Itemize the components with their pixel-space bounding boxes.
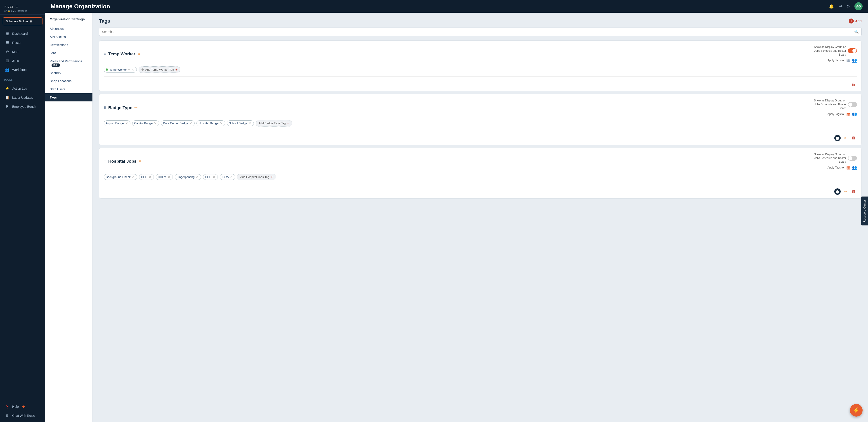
sidebar-item-labor-updates[interactable]: 📋 Labor Updates bbox=[1, 93, 44, 102]
delete-group-button[interactable]: 🗑 bbox=[850, 81, 857, 88]
tag-close-icon[interactable]: ✕ bbox=[249, 122, 251, 125]
tag-color-dot bbox=[106, 68, 108, 71]
tag-edit-icon[interactable]: ✏ bbox=[128, 68, 130, 71]
tag-chip-background-check: Background Check ✕ bbox=[104, 174, 137, 180]
display-group-toggle[interactable] bbox=[848, 48, 857, 53]
tag-close-icon[interactable]: ✕ bbox=[132, 175, 135, 178]
card-footer-hospital-jobs: ⬤ ✏ 🗑 bbox=[104, 187, 857, 195]
tag-chip-hcc: HCC ✕ bbox=[203, 174, 218, 180]
sidebar-item-action-log[interactable]: ⚡ Action Log bbox=[1, 84, 44, 93]
edit-group-name-icon[interactable]: ✏ bbox=[139, 159, 142, 163]
left-nav-item-shop-locations[interactable]: Shop Locations bbox=[45, 77, 92, 85]
apply-schedule-icon[interactable]: ▦ bbox=[846, 165, 850, 170]
mail-icon[interactable]: ✉ bbox=[838, 4, 842, 9]
sidebar-header: RIVET ∷ for 🔒 LMD Revisited bbox=[0, 0, 45, 15]
display-group-toggle[interactable] bbox=[848, 156, 857, 161]
sidebar-item-jobs[interactable]: ▤ Jobs bbox=[1, 56, 44, 65]
sidebar-item-roster[interactable]: ☰ Roster bbox=[1, 38, 44, 47]
display-group-toggle[interactable] bbox=[848, 102, 857, 107]
color-picker-button[interactable]: ⬤ bbox=[834, 135, 841, 141]
divider bbox=[104, 184, 857, 184]
apply-roster-icon[interactable]: 👥 bbox=[852, 111, 857, 117]
add-badge-type-tag-button[interactable]: Add Badge Type Tag + bbox=[256, 120, 292, 127]
tag-group-hospital-jobs: ⠿ Hospital Jobs ✏ Show as Display Group … bbox=[99, 148, 862, 199]
tags-header: Tags + Add bbox=[99, 18, 862, 24]
edit-button[interactable]: ✏ bbox=[842, 135, 849, 141]
tag-close-icon[interactable]: ✕ bbox=[168, 175, 170, 178]
sidebar-item-map[interactable]: ⊙ Map bbox=[1, 47, 44, 56]
sidebar-bottom: ❓ Help ⚙ Chat With Rosie bbox=[0, 400, 45, 422]
tag-close-icon[interactable]: ✕ bbox=[154, 122, 157, 125]
map-icon: ⊙ bbox=[5, 50, 9, 54]
tag-chip-temp-worker: Temp Worker ✏ ✕ bbox=[104, 67, 137, 72]
color-picker-button[interactable]: ⬤ bbox=[834, 188, 841, 195]
tools-nav: ⚡ Action Log 📋 Labor Updates ⚑ Employee … bbox=[0, 82, 45, 113]
drag-handle-icon[interactable]: ⠿ bbox=[104, 52, 106, 56]
edit-group-name-icon[interactable]: ✏ bbox=[134, 105, 137, 110]
apply-schedule-icon[interactable]: ▦ bbox=[846, 111, 850, 117]
display-group-text: Show as Display Group onJobs Schedule an… bbox=[814, 153, 846, 164]
add-temp-worker-tag-button[interactable]: Add Temp Worker Tag + bbox=[138, 66, 180, 73]
left-nav-item-security[interactable]: Security bbox=[45, 69, 92, 77]
tags-list-badge-type: Airport Badge ✕ Capitol Badge ✕ Data Cen… bbox=[104, 120, 857, 127]
labor-updates-icon: 📋 bbox=[5, 95, 9, 100]
tag-group-header-badge-type: ⠿ Badge Type ✏ Show as Display Group onJ… bbox=[104, 99, 857, 116]
tag-group-header-temp-worker: ⠿ Temp Worker ✏ Show as Display Group on… bbox=[104, 45, 857, 63]
sidebar-item-workforce[interactable]: 👥 Workforce bbox=[1, 65, 44, 74]
sidebar-item-employee-bench[interactable]: ⚑ Employee Bench bbox=[1, 102, 44, 111]
roster-icon: ☰ bbox=[5, 40, 9, 45]
resource-center[interactable]: Resource Center bbox=[861, 197, 868, 225]
card-footer-badge-type: ⬤ ✏ 🗑 bbox=[104, 133, 857, 141]
tag-close-icon[interactable]: ✕ bbox=[213, 175, 215, 178]
tag-close-icon[interactable]: ✕ bbox=[131, 68, 134, 71]
tag-close-icon[interactable]: ✕ bbox=[196, 175, 199, 178]
apply-roster-icon[interactable]: 👥 bbox=[852, 58, 857, 63]
schedule-builder-button[interactable]: Schedule Builder ⊞ bbox=[3, 18, 42, 25]
left-nav-item-jobs[interactable]: Jobs bbox=[45, 49, 92, 57]
tag-chip-chc: CHC ✕ bbox=[139, 174, 154, 180]
tag-close-icon[interactable]: ✕ bbox=[189, 122, 192, 125]
apply-tags-label: Apply Tags to: bbox=[828, 112, 844, 116]
edit-button[interactable]: ✏ bbox=[842, 188, 849, 195]
add-tag-plus-icon: + bbox=[176, 68, 178, 72]
action-log-icon: ⚡ bbox=[5, 86, 9, 91]
tags-search-input[interactable] bbox=[102, 30, 852, 34]
chat-rosie-button[interactable]: ⚡ bbox=[850, 404, 863, 417]
apply-tags-label: Apply Tags to: bbox=[828, 166, 844, 169]
apply-schedule-icon[interactable]: ▦ bbox=[846, 58, 850, 63]
left-nav-item-roles-permissions[interactable]: Roles and Permissions Beta bbox=[45, 57, 92, 69]
gear-icon[interactable]: ⚙ bbox=[846, 4, 850, 9]
tag-chip-icra: ICRA ✕ bbox=[220, 174, 235, 180]
left-nav-item-tags[interactable]: Tags bbox=[45, 93, 92, 101]
delete-group-button[interactable]: 🗑 bbox=[850, 188, 857, 195]
user-avatar[interactable]: AO bbox=[855, 2, 863, 10]
content-area: Organization Settings Absences API Acces… bbox=[45, 13, 868, 422]
tag-chip-chfm: CHFM ✕ bbox=[156, 174, 173, 180]
lock-icon: 🔒 bbox=[7, 10, 10, 12]
apply-roster-icon[interactable]: 👥 bbox=[852, 165, 857, 170]
tag-close-icon[interactable]: ✕ bbox=[125, 122, 128, 125]
tag-close-icon[interactable]: ✕ bbox=[220, 122, 223, 125]
card-footer-temp-worker: 🗑 bbox=[104, 79, 857, 88]
left-nav-item-staff-users[interactable]: Staff Users bbox=[45, 85, 92, 93]
sidebar-item-help[interactable]: ❓ Help bbox=[1, 402, 44, 411]
tag-group-name: Badge Type bbox=[108, 105, 132, 110]
add-hospital-jobs-tag-button[interactable]: Add Hospital Jobs Tag + bbox=[237, 174, 276, 180]
sidebar-item-dashboard[interactable]: ▦ Dashboard bbox=[1, 29, 44, 38]
help-icon: ❓ bbox=[5, 404, 9, 409]
left-nav-item-absences[interactable]: Absences bbox=[45, 25, 92, 33]
drag-handle-icon[interactable]: ⠿ bbox=[104, 106, 106, 109]
workforce-icon: 👥 bbox=[5, 68, 9, 72]
drag-handle-icon[interactable]: ⠿ bbox=[104, 160, 106, 163]
tag-close-icon[interactable]: ✕ bbox=[230, 175, 233, 178]
add-tag-group-button[interactable]: + Add bbox=[849, 19, 862, 24]
add-tag-plus-icon: + bbox=[271, 175, 273, 179]
bell-icon[interactable]: 🔔 bbox=[829, 4, 834, 9]
tag-close-icon[interactable]: ✕ bbox=[149, 175, 151, 178]
tag-group-name: Hospital Jobs bbox=[108, 159, 136, 164]
delete-group-button[interactable]: 🗑 bbox=[850, 135, 857, 141]
left-nav-item-certifications[interactable]: Certifications bbox=[45, 41, 92, 49]
left-nav-item-api-access[interactable]: API Access bbox=[45, 33, 92, 41]
edit-group-name-icon[interactable]: ✏ bbox=[138, 52, 141, 56]
sidebar-item-chat-rosie[interactable]: ⚙ Chat With Rosie bbox=[1, 411, 44, 420]
